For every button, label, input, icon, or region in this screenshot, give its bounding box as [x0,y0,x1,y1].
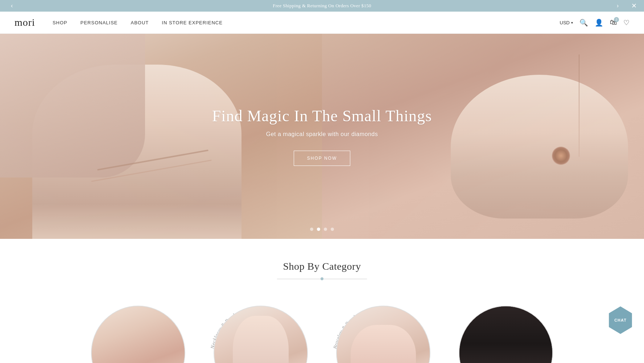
title-divider [15,277,629,280]
cart-button[interactable]: 🛍 2 [610,19,617,26]
navbar-right: USD ▾ 🔍 👤 🛍 2 ♡ [560,19,629,27]
hero-subtitle: Get a magical sparkle with our diamonds [212,131,432,138]
nav-instore[interactable]: IN STORE EXPERIENCE [162,20,223,25]
category-item-rings[interactable]: Rings [86,298,191,363]
category-item-bracelets[interactable]: Bracelets & Bangles [331,298,436,363]
earrings-circle-wrap: Earrings [455,298,557,363]
currency-label: USD [560,20,570,25]
section-title: Shop By Category [15,261,629,272]
search-button[interactable]: 🔍 [579,19,588,27]
nav-links: SHOP PERSONALISE ABOUT IN STORE EXPERIEN… [53,19,223,26]
announcement-next-button[interactable]: › [613,3,622,9]
chat-label: CHAT [614,318,627,322]
category-section: Shop By Category Rings [0,239,644,363]
logo[interactable]: mori [15,17,35,28]
announcement-text: Free Shipping & Returning On Orders Over… [273,3,371,9]
hero-content: Find Magic In The Small Things Get a mag… [212,107,432,166]
slider-dot-4[interactable] [331,228,334,231]
search-icon: 🔍 [579,19,588,27]
user-icon: 👤 [595,19,603,27]
wishlist-button[interactable]: ♡ [623,19,629,27]
announcement-close-button[interactable]: ✕ [631,3,637,9]
slider-dot-2[interactable] [317,228,320,231]
navbar: mori SHOP PERSONALISE ABOUT IN STORE EXP… [0,12,644,34]
earrings-circle-image [459,306,553,363]
slider-dot-1[interactable] [310,228,313,231]
necklaces-circle-wrap: Necklaces & Pendants [210,298,311,363]
navbar-left: mori SHOP PERSONALISE ABOUT IN STORE EXP… [15,17,223,28]
nav-personalise[interactable]: PERSONALISE [80,20,118,25]
heart-icon: ♡ [623,19,629,27]
divider-line-right [323,279,367,279]
slider-dots [310,228,334,231]
cart-badge: 2 [614,17,619,22]
category-item-earrings[interactable]: Earrings [453,298,558,363]
bracelets-circle-wrap: Bracelets & Bangles [333,298,434,363]
hero-shop-now-button[interactable]: SHOP NOW [294,151,350,166]
slider-dot-3[interactable] [324,228,327,231]
hero-section: Find Magic In The Small Things Get a mag… [0,34,644,239]
divider-line-left [277,279,321,279]
rings-circle-wrap: Rings [87,298,189,363]
announcement-bar: ‹ Free Shipping & Returning On Orders Ov… [0,0,644,12]
account-button[interactable]: 👤 [595,19,603,27]
category-item-necklaces[interactable]: Necklaces & Pendants [208,298,313,363]
nav-shop[interactable]: SHOP [53,20,67,25]
category-grid: Rings Necklaces & Pendants [15,298,629,363]
currency-selector[interactable]: USD ▾ [560,20,573,25]
divider-dot [321,277,323,280]
currency-chevron-icon: ▾ [571,21,573,25]
hero-title: Find Magic In The Small Things [212,107,432,125]
announcement-prev-button[interactable]: ‹ [7,3,16,9]
nav-about[interactable]: ABOUT [131,20,149,25]
section-title-wrap: Shop By Category [15,261,629,280]
